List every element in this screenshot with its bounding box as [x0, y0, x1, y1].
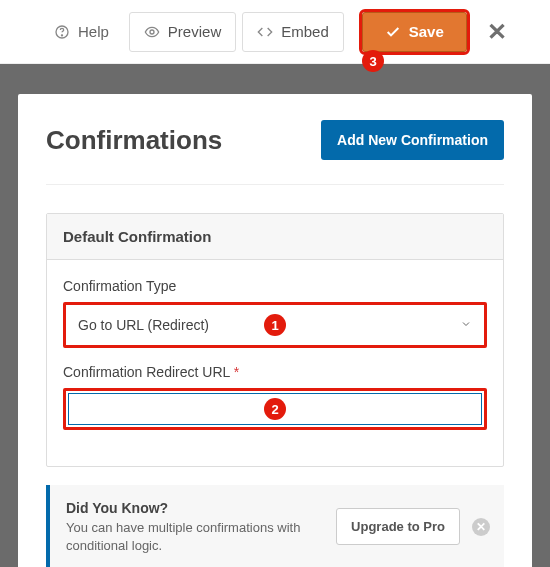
panel-header: Confirmations Add New Confirmation: [46, 120, 504, 185]
annotation-badge-1: 1: [264, 314, 286, 336]
add-confirmation-button[interactable]: Add New Confirmation: [321, 120, 504, 160]
settings-panel: Confirmations Add New Confirmation Defau…: [18, 94, 532, 567]
chevron-down-icon: [460, 317, 472, 333]
check-icon: [385, 24, 401, 40]
embed-label: Embed: [281, 23, 329, 40]
confirmation-type-label: Confirmation Type: [63, 278, 487, 294]
tip-text: Did You Know? You can have multiple conf…: [66, 499, 324, 555]
confirmation-type-field: Go to URL (Redirect) 1: [63, 302, 487, 348]
page-title: Confirmations: [46, 125, 222, 156]
save-button[interactable]: Save: [362, 12, 467, 52]
card-body: Confirmation Type Go to URL (Redirect) 1…: [47, 260, 503, 466]
topbar: Help Preview Embed Save ✕ 3: [0, 0, 550, 64]
preview-button[interactable]: Preview: [129, 12, 236, 52]
upgrade-button[interactable]: Upgrade to Pro: [336, 508, 460, 545]
redirect-url-field: 2: [63, 388, 487, 430]
close-icon[interactable]: ✕: [487, 18, 507, 46]
dismiss-icon[interactable]: ✕: [472, 518, 490, 536]
svg-point-2: [150, 30, 154, 34]
required-mark: *: [234, 364, 239, 380]
save-label: Save: [409, 23, 444, 40]
card-title: Default Confirmation: [47, 214, 503, 260]
help-icon: [54, 24, 70, 40]
code-icon: [257, 24, 273, 40]
embed-button[interactable]: Embed: [242, 12, 344, 52]
help-button[interactable]: Help: [40, 12, 123, 52]
redirect-url-label: Confirmation Redirect URL *: [63, 364, 487, 380]
confirmation-card: Default Confirmation Confirmation Type G…: [46, 213, 504, 467]
preview-label: Preview: [168, 23, 221, 40]
tip-heading: Did You Know?: [66, 500, 168, 516]
help-label: Help: [78, 23, 109, 40]
svg-point-1: [61, 34, 62, 35]
eye-icon: [144, 24, 160, 40]
tip-body: You can have multiple confirmations with…: [66, 520, 300, 553]
annotation-badge-2: 2: [264, 398, 286, 420]
page-backdrop: Confirmations Add New Confirmation Defau…: [0, 64, 550, 567]
annotation-badge-3: 3: [362, 50, 384, 72]
upsell-tip: Did You Know? You can have multiple conf…: [46, 485, 504, 567]
confirmation-type-value: Go to URL (Redirect): [78, 317, 209, 333]
